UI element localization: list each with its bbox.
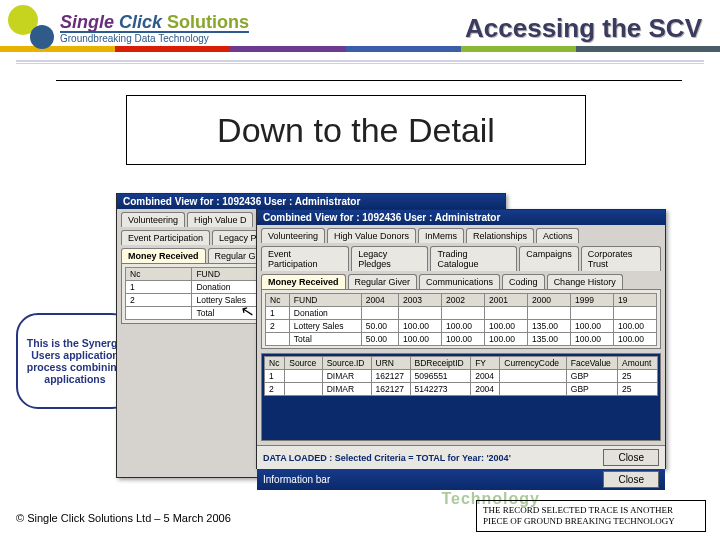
- col-currency[interactable]: CurrencyCode: [500, 357, 567, 370]
- copyright-footer: © Single Click Solutions Ltd – 5 March 2…: [16, 512, 231, 524]
- slide-body: Down to the Detail This is the Synergy U…: [56, 80, 682, 480]
- close-button[interactable]: Close: [603, 449, 659, 466]
- logo-mark-icon: [8, 5, 54, 51]
- col-2004[interactable]: 2004: [361, 294, 398, 307]
- slide-section-title: Down to the Detail: [126, 95, 586, 165]
- col-2003[interactable]: 2003: [399, 294, 442, 307]
- info-bar: Information bar Close: [257, 469, 665, 490]
- table-row[interactable]: 1 DIMAR 162127 5096551 2004 GBP 25: [265, 370, 658, 383]
- col-fy[interactable]: FY: [471, 357, 500, 370]
- corner-annotation: THE RECORD SELECTED TRACE IS ANOTHER PIE…: [476, 500, 706, 532]
- col-19xx[interactable]: 19: [613, 294, 656, 307]
- col-fund[interactable]: FUND: [289, 294, 361, 307]
- tab-money-received[interactable]: Money Received: [261, 274, 346, 289]
- status-bar: DATA LOADED : Selected Criteria = TOTAL …: [257, 445, 665, 469]
- col-amount[interactable]: Amount: [617, 357, 657, 370]
- table-row[interactable]: 1 Donation: [266, 307, 657, 320]
- tab-inmems[interactable]: InMems: [418, 228, 464, 243]
- tab-money-received[interactable]: Money Received: [121, 248, 206, 263]
- window-title: Combined View for : 1092436 User : Admin…: [123, 196, 360, 207]
- tab-volunteering[interactable]: Volunteering: [121, 212, 185, 227]
- tab-legacy-pledges[interactable]: Legacy Pledges: [351, 246, 428, 271]
- table-row[interactable]: 2 Lottery Sales 50.00 100.00 100.00 100.…: [266, 320, 657, 333]
- window-titlebar[interactable]: Combined View for : 1092436 User : Admin…: [257, 210, 665, 225]
- col-nc[interactable]: Nc: [126, 268, 192, 281]
- tab-actions[interactable]: Actions: [536, 228, 580, 243]
- info-bar-label: Information bar: [263, 474, 330, 485]
- combined-view-window-front: Combined View for : 1092436 User : Admin…: [256, 209, 666, 469]
- brand-word-3: Solutions: [167, 12, 249, 32]
- tab-event-participation[interactable]: Event Participation: [261, 246, 349, 271]
- detail-table: Nc Source Source.ID URN BDReceiptID FY C…: [264, 356, 658, 396]
- table-row[interactable]: 2 DIMAR 162127 5142273 2004 GBP 25: [265, 383, 658, 396]
- summary-table: Nc FUND 2004 2003 2002 2001 2000 1999 19…: [265, 293, 657, 346]
- col-source[interactable]: Source: [285, 357, 322, 370]
- tab-coding[interactable]: Coding: [502, 274, 545, 289]
- tab-high-value-donors[interactable]: High Value Donors: [327, 228, 416, 243]
- tab-communications[interactable]: Communications: [419, 274, 500, 289]
- tab-trading-catalogue[interactable]: Trading Catalogue: [430, 246, 517, 271]
- status-text: DATA LOADED : Selected Criteria = TOTAL …: [263, 453, 511, 463]
- company-logo: Single Click Solutions Groundbreaking Da…: [8, 5, 249, 51]
- tab-relationships[interactable]: Relationships: [466, 228, 534, 243]
- col-urn[interactable]: URN: [371, 357, 410, 370]
- window-titlebar[interactable]: Combined View for : 1092436 User : Admin…: [117, 194, 505, 209]
- tab-high-value[interactable]: High Value D: [187, 212, 253, 227]
- summary-panel: Nc FUND 2004 2003 2002 2001 2000 1999 19…: [261, 289, 661, 349]
- close-button[interactable]: Close: [603, 471, 659, 488]
- detail-panel: Nc Source Source.ID URN BDReceiptID FY C…: [261, 353, 661, 441]
- brand-tagline: Groundbreaking Data Technology: [60, 31, 249, 44]
- col-facevalue[interactable]: FaceValue: [566, 357, 617, 370]
- tab-corporates-trust[interactable]: Corporates Trust: [581, 246, 661, 271]
- header-divider: [16, 60, 704, 62]
- col-2002[interactable]: 2002: [442, 294, 485, 307]
- tab-regular-giver[interactable]: Regular Giver: [348, 274, 418, 289]
- window-title: Combined View for : 1092436 User : Admin…: [263, 212, 500, 223]
- brand-word-2: Click: [119, 12, 162, 32]
- tab-change-history[interactable]: Change History: [547, 274, 623, 289]
- col-2001[interactable]: 2001: [484, 294, 527, 307]
- col-nc[interactable]: Nc: [265, 357, 285, 370]
- col-nc[interactable]: Nc: [266, 294, 290, 307]
- brand-word-1: Single: [60, 12, 114, 32]
- table-row-total[interactable]: Total 50.00 100.00 100.00 100.00 135.00 …: [266, 333, 657, 346]
- tab-volunteering[interactable]: Volunteering: [261, 228, 325, 243]
- slide-header: Single Click Solutions Groundbreaking Da…: [0, 0, 720, 58]
- col-sourceid[interactable]: Source.ID: [322, 357, 371, 370]
- tab-campaigns[interactable]: Campaigns: [519, 246, 579, 271]
- col-1999[interactable]: 1999: [570, 294, 613, 307]
- page-title: Accessing the SCV: [465, 13, 702, 44]
- tab-event-participation[interactable]: Event Participation: [121, 230, 210, 245]
- col-2000[interactable]: 2000: [527, 294, 570, 307]
- col-bdreceiptid[interactable]: BDReceiptID: [410, 357, 471, 370]
